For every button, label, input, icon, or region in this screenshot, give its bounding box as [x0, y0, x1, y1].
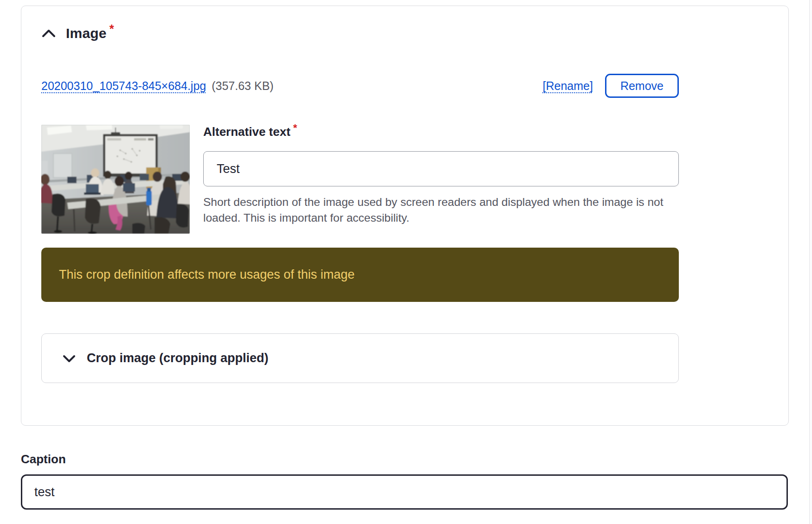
crop-warning-banner: This crop definition affects more usages…: [41, 248, 679, 302]
file-actions: [Rename] Remove: [543, 74, 679, 98]
file-name-link[interactable]: 20200310_105743-845×684.jpg: [41, 79, 206, 93]
media-image-widget-page: Image* 20200310_105743-845×684.jpg (357.…: [0, 0, 812, 524]
caption-field-group: Caption: [21, 452, 788, 510]
alt-text-field-group: Alternative text* Short description of t…: [203, 125, 679, 234]
image-section-header[interactable]: Image*: [41, 26, 679, 41]
page-right-edge: [809, 0, 812, 524]
alt-text-label: Alternative text*: [203, 125, 679, 139]
media-row: Alternative text* Short description of t…: [41, 125, 679, 234]
file-row: 20200310_105743-845×684.jpg (357.63 KB) …: [41, 74, 679, 98]
remove-button[interactable]: Remove: [605, 74, 679, 98]
image-thumbnail: [41, 125, 190, 234]
caption-label: Caption: [21, 452, 788, 466]
crop-warning-text: This crop definition affects more usages…: [59, 268, 354, 282]
required-marker: *: [293, 122, 297, 134]
image-section-title: Image*: [66, 26, 114, 41]
crop-section-title: Crop image (cropping applied): [87, 351, 269, 365]
image-widget-card: Image* 20200310_105743-845×684.jpg (357.…: [21, 6, 789, 426]
classroom-photo-illustration: [41, 125, 190, 234]
file-size: (357.63 KB): [212, 79, 273, 93]
alt-text-description: Short description of the image used by s…: [203, 194, 679, 226]
chevron-up-icon: [41, 28, 56, 38]
caption-input[interactable]: [21, 474, 788, 510]
alt-text-input[interactable]: [203, 151, 679, 186]
rename-link[interactable]: [Rename]: [543, 79, 593, 93]
crop-image-section-header[interactable]: Crop image (cropping applied): [41, 333, 679, 383]
required-marker: *: [110, 22, 114, 35]
chevron-down-icon: [62, 354, 76, 363]
